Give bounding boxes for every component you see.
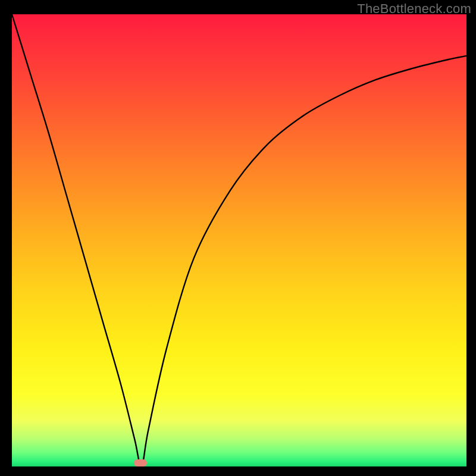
chart-frame: TheBottleneck.com bbox=[0, 0, 476, 476]
bottleneck-curve bbox=[12, 14, 466, 466]
curve-svg bbox=[12, 14, 466, 466]
plot-area bbox=[12, 14, 466, 466]
min-marker bbox=[134, 459, 147, 466]
